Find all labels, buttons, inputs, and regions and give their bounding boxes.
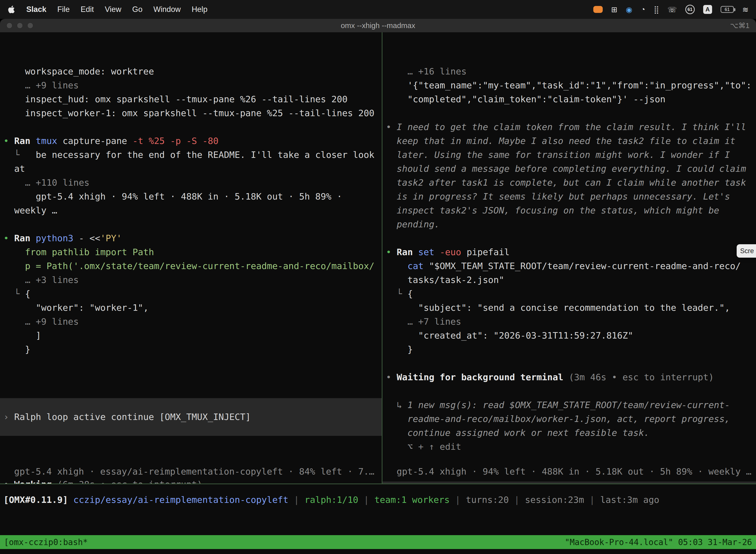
terminal-line: continue assigned work or next feasible … bbox=[382, 426, 756, 440]
terminal-line: task2 after task1 is complete, but can I… bbox=[382, 176, 756, 189]
inject-banner-text: Ralph loop active continue [OMX_TMUX_INJ… bbox=[14, 410, 251, 424]
terminal-line: } bbox=[0, 342, 382, 356]
input-source-icon[interactable]: A bbox=[703, 5, 712, 14]
terminal-line: } bbox=[382, 342, 756, 356]
terminal-line: '{"team_name":"my-team","task_id":"1","f… bbox=[382, 78, 756, 92]
left-pane-output: workspace_mode: worktree … +9 lines insp… bbox=[0, 64, 382, 370]
terminal-line bbox=[382, 106, 756, 120]
terminal-line: "worker": "worker-1", bbox=[0, 301, 382, 315]
terminal-line: "subject": "send a concise recommendatio… bbox=[382, 301, 756, 315]
terminal-line: "created_at": "2026-03-31T11:59:27.816Z" bbox=[382, 329, 756, 342]
terminal-line bbox=[382, 231, 756, 245]
terminal-line: from pathlib import Path bbox=[0, 245, 382, 259]
terminal-line: … +9 lines bbox=[0, 78, 382, 92]
terminal-line bbox=[0, 356, 382, 370]
menu-file[interactable]: File bbox=[57, 5, 70, 14]
menu-help[interactable]: Help bbox=[192, 5, 208, 14]
terminal-line: … +9 lines bbox=[0, 315, 382, 329]
terminal-line: gpt-5.4 xhigh · 94% left · 488K in · 5.1… bbox=[0, 189, 382, 204]
terminal-line: ↳ 1 new msg(s): read $OMX_TEAM_STATE_ROO… bbox=[382, 398, 756, 412]
tmux-status-bar: [omx-cczip0:bash* "MacBook-Pro-44.local"… bbox=[0, 535, 756, 549]
terminal-line: at bbox=[0, 162, 382, 176]
menu-items: FileEditViewGoWindowHelp bbox=[57, 5, 207, 14]
phone-icon[interactable]: ☏ bbox=[668, 5, 677, 14]
zoom-button[interactable] bbox=[27, 22, 33, 29]
terminal-line: inspect task2's JSON, focusing on the st… bbox=[382, 204, 756, 217]
tmux-host-clock: "MacBook-Pro-44.local" 05:03 31-Mar-26 bbox=[565, 537, 752, 547]
prompt-chevron: › bbox=[3, 410, 14, 424]
terminal-line: weekly … bbox=[0, 204, 382, 217]
terminal-line: … +110 lines bbox=[0, 176, 382, 189]
inject-banner: › Ralph loop active continue [OMX_TMUX_I… bbox=[0, 398, 382, 436]
terminal-line: … +3 lines bbox=[0, 273, 382, 287]
terminal-line: keep that in mind. Maybe I also need the… bbox=[382, 134, 756, 148]
tmux-session-window[interactable]: [omx-cczip0:bash* bbox=[4, 537, 88, 547]
terminal-line: should send a message before completing … bbox=[382, 162, 756, 176]
window-shortcut-hint: ⌥⌘1 bbox=[730, 21, 756, 30]
terminal-line: "completed","claim_token":"claim-token"}… bbox=[382, 92, 756, 106]
omx-status-line: [OMX#0.11.9] cczip/essay/ai-reimplementa… bbox=[0, 485, 756, 507]
window-title-bar[interactable]: omx --xhigh --madmax ⌥⌘1 bbox=[0, 19, 756, 32]
active-app-name[interactable]: Slack bbox=[26, 5, 46, 14]
terminal-line: … +16 lines bbox=[382, 64, 756, 78]
right-pane-output: … +16 lines '{"team_name":"my-team","tas… bbox=[382, 64, 756, 454]
composer-input-right[interactable]: › Explain this codebase bbox=[382, 482, 756, 484]
terminal-line: workspace_mode: worktree bbox=[0, 64, 382, 78]
screen-recording-indicator[interactable] bbox=[593, 6, 603, 13]
menu-go[interactable]: Go bbox=[132, 5, 142, 14]
keyboard-grid-icon[interactable]: ⊞ bbox=[611, 5, 617, 14]
wifi-icon[interactable]: ≋ bbox=[742, 5, 749, 14]
terminal-line: └ be necessary for the end of the README… bbox=[0, 148, 382, 162]
app-grid-icon[interactable]: ⣿ bbox=[653, 5, 659, 14]
clock-icon[interactable]: ◔ bbox=[641, 5, 645, 14]
blue-app-icon[interactable]: ◉ bbox=[626, 5, 632, 14]
terminal: workspace_mode: worktree … +9 lines insp… bbox=[0, 32, 756, 554]
terminal-line bbox=[0, 120, 382, 134]
terminal-line bbox=[382, 384, 756, 398]
terminal-line: readme-and-reco/mailbox/worker-1.json, a… bbox=[382, 412, 756, 426]
terminal-line bbox=[0, 217, 382, 231]
terminal-line: [OMX#0.11.9] cczip/essay/ai-reimplementa… bbox=[3, 493, 756, 507]
terminal-line: cat "$OMX_TEAM_STATE_ROOT/team/review-cu… bbox=[382, 259, 756, 273]
menu-status-icons: ⊞◉◔⣿☏61A61≋ bbox=[593, 5, 749, 14]
menu-view[interactable]: View bbox=[105, 5, 121, 14]
terminal-line: • Ran tmux capture-pane -t %25 -p -S -80 bbox=[0, 134, 382, 148]
terminal-line: inspect_worker-1: omx sparkshell --tmux-… bbox=[0, 106, 382, 120]
terminal-line: └ { bbox=[0, 287, 382, 301]
meter-61-icon[interactable]: 61 bbox=[685, 5, 695, 14]
terminal-line: tasks/task-2.json" bbox=[382, 273, 756, 287]
menu-bar: Slack FileEditViewGoWindowHelp ⊞◉◔⣿☏61A6… bbox=[0, 0, 756, 19]
left-terminal-pane[interactable]: workspace_mode: worktree … +9 lines insp… bbox=[0, 32, 382, 484]
terminal-line: is in progress? It seems likely but perh… bbox=[382, 189, 756, 204]
terminal-line: • Ran python3 - <<'PY' bbox=[0, 231, 382, 245]
menu-window[interactable]: Window bbox=[153, 5, 181, 14]
terminal-line: inspect_hud: omx sparkshell --tmux-pane … bbox=[0, 92, 382, 106]
terminal-line: • I need to get the claim token from the… bbox=[382, 120, 756, 134]
window-controls bbox=[0, 22, 33, 29]
right-pane-footer: gpt-5.4 xhigh · 94% left · 488K in · 5.1… bbox=[397, 465, 751, 479]
window-title: omx --xhigh --madmax bbox=[0, 21, 756, 30]
menu-edit[interactable]: Edit bbox=[81, 5, 94, 14]
close-button[interactable] bbox=[6, 22, 12, 29]
terminal-line: p = Path('.omx/state/team/review-current… bbox=[0, 259, 382, 273]
battery-icon[interactable]: 61 bbox=[720, 6, 734, 13]
terminal-line: ] bbox=[0, 329, 382, 342]
terminal-line: … +7 lines bbox=[382, 315, 756, 329]
terminal-line: ⌥ + ↑ edit bbox=[382, 440, 756, 454]
left-pane-footer: gpt-5.4 xhigh · essay/ai-reimplementatio… bbox=[14, 465, 374, 479]
minimize-button[interactable] bbox=[17, 22, 23, 29]
terminal-line: • Ran set -euo pipefail bbox=[382, 245, 756, 259]
pane-divider-horizontal bbox=[0, 484, 756, 484]
right-terminal-pane[interactable]: … +16 lines '{"team_name":"my-team","tas… bbox=[382, 32, 756, 484]
terminal-line: • Waiting for background terminal (3m 46… bbox=[382, 370, 756, 384]
apple-menu[interactable] bbox=[7, 5, 15, 14]
screenshot-thumbnail-popup[interactable]: Scre bbox=[737, 244, 756, 258]
screenshot-popup-label: Scre bbox=[740, 247, 754, 255]
terminal-line: later. Using the same for transition mig… bbox=[382, 148, 756, 162]
terminal-line: pending. bbox=[382, 217, 756, 231]
terminal-line bbox=[382, 356, 756, 370]
terminal-line: └ { bbox=[382, 287, 756, 301]
